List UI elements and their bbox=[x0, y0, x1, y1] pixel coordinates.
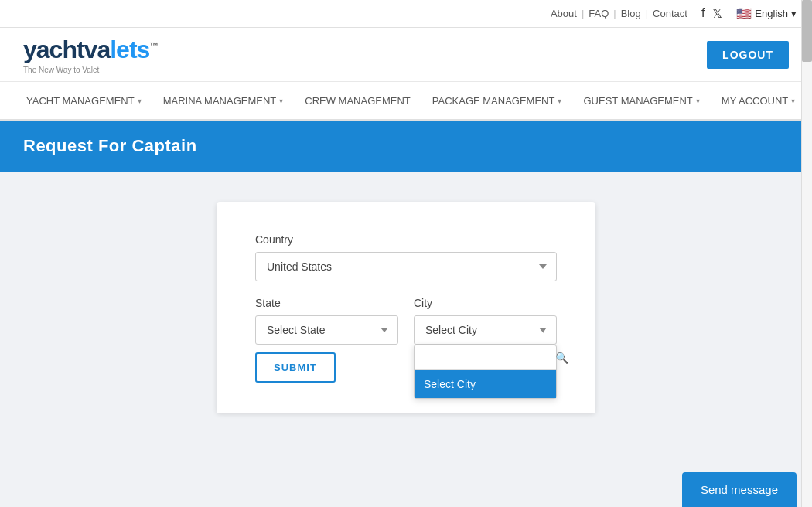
country-group: Country United States bbox=[255, 233, 557, 281]
nav-label: PACKAGE MANAGEMENT bbox=[432, 95, 555, 107]
logo: yachtvalets™ The New Way to Valet bbox=[23, 36, 158, 74]
city-select-trigger[interactable]: Select City ▾ bbox=[414, 315, 557, 345]
city-search-input[interactable] bbox=[419, 349, 555, 366]
nav-crew-management[interactable]: CREW MANAGEMENT bbox=[294, 83, 421, 120]
contact-link[interactable]: Contact bbox=[653, 8, 687, 19]
caret-icon: ▾ bbox=[279, 97, 283, 105]
top-bar: About | FAQ | Blog | Contact f 𝕏 🇺🇸 Engl… bbox=[0, 0, 812, 28]
language-label: English bbox=[755, 8, 788, 19]
country-label: Country bbox=[255, 233, 557, 246]
state-label: State bbox=[255, 297, 398, 309]
nav-label: MARINA MANAGEMENT bbox=[163, 95, 277, 107]
nav-label: YACHT MANAGEMENT bbox=[26, 95, 135, 107]
logo-text: yachtvalets™ bbox=[23, 36, 158, 64]
nav-label: CREW MANAGEMENT bbox=[305, 95, 411, 107]
social-links: f 𝕏 bbox=[701, 6, 722, 21]
city-dropdown-wrapper: Select City ▾ 🔍 Select City bbox=[414, 315, 557, 345]
blog-link[interactable]: Blog bbox=[621, 8, 641, 19]
caret-icon: ▾ bbox=[696, 97, 700, 105]
caret-icon: ▾ bbox=[558, 97, 561, 105]
nav-label: GUEST MANAGEMENT bbox=[583, 95, 692, 107]
form-card: Country United States State Select State… bbox=[217, 202, 595, 413]
sep3: | bbox=[646, 8, 648, 19]
scrollbar-thumb[interactable] bbox=[802, 0, 812, 62]
nav-package-management[interactable]: PACKAGE MANAGEMENT ▾ bbox=[421, 83, 573, 120]
page-title: Request For Captain bbox=[23, 136, 197, 155]
logout-button[interactable]: LOGOUT bbox=[707, 41, 789, 69]
state-city-row: State Select State City Select City ▾ bbox=[255, 297, 557, 345]
scrollbar-track[interactable] bbox=[801, 0, 812, 444]
logo-tagline: The New Way to Valet bbox=[23, 66, 158, 74]
header: yachtvalets™ The New Way to Valet LOGOUT bbox=[0, 28, 812, 82]
city-search-row: 🔍 bbox=[415, 345, 556, 370]
search-icon: 🔍 bbox=[555, 352, 568, 364]
nav-label: MY ACCOUNT bbox=[722, 95, 788, 107]
sep1: | bbox=[582, 8, 584, 19]
flag-icon: 🇺🇸 bbox=[736, 6, 752, 21]
caret-icon: ▾ bbox=[791, 97, 795, 105]
language-selector[interactable]: 🇺🇸 English ▾ bbox=[736, 6, 797, 21]
country-select[interactable]: United States bbox=[255, 252, 557, 281]
main-content: Country United States State Select State… bbox=[0, 172, 812, 444]
city-dropdown-open: 🔍 Select City bbox=[414, 345, 557, 399]
nav-yacht-management[interactable]: YACHT MANAGEMENT ▾ bbox=[15, 83, 152, 120]
navbar: YACHT MANAGEMENT ▾ MARINA MANAGEMENT ▾ C… bbox=[0, 82, 812, 121]
about-link[interactable]: About bbox=[551, 8, 577, 19]
sep2: | bbox=[613, 8, 616, 19]
state-select[interactable]: Select State bbox=[255, 315, 398, 345]
top-bar-links: About | FAQ | Blog | Contact bbox=[551, 8, 687, 19]
state-col: State Select State bbox=[255, 297, 398, 345]
faq-link[interactable]: FAQ bbox=[589, 8, 609, 19]
nav-guest-management[interactable]: GUEST MANAGEMENT ▾ bbox=[572, 83, 710, 120]
nav-marina-management[interactable]: MARINA MANAGEMENT ▾ bbox=[152, 83, 295, 120]
nav-my-account[interactable]: MY ACCOUNT ▾ bbox=[711, 83, 806, 120]
city-label: City bbox=[414, 297, 557, 309]
city-caret-icon: ▾ bbox=[541, 326, 545, 335]
lang-caret-icon: ▾ bbox=[791, 8, 797, 19]
facebook-icon[interactable]: f bbox=[701, 6, 705, 21]
caret-icon: ▾ bbox=[138, 97, 142, 105]
page-title-bar: Request For Captain bbox=[0, 121, 812, 172]
city-select-value: Select City bbox=[425, 324, 477, 336]
city-col: City Select City ▾ 🔍 bbox=[414, 297, 557, 345]
submit-button[interactable]: SUBMIT bbox=[255, 352, 336, 383]
twitter-icon[interactable]: 𝕏 bbox=[712, 6, 722, 21]
city-option-select-city[interactable]: Select City bbox=[415, 370, 556, 398]
